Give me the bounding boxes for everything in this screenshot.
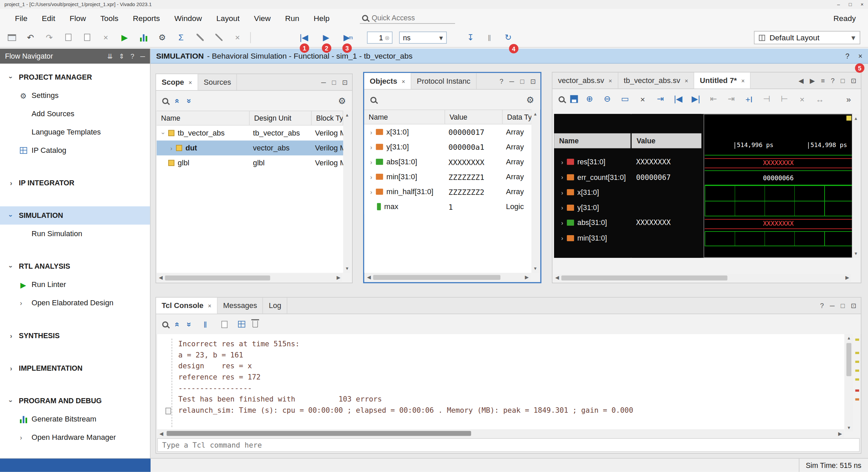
scroll-down-icon[interactable]: ▾ — [854, 251, 857, 256]
sim-time-field[interactable]: ⊗ — [367, 32, 392, 44]
delete-icon[interactable]: × — [100, 31, 112, 43]
help-icon[interactable]: ? — [499, 77, 503, 85]
report-chart-icon[interactable] — [137, 31, 150, 43]
scroll-up-icon[interactable]: ▴ — [346, 112, 348, 118]
search-icon[interactable] — [162, 321, 168, 327]
close-tab-icon[interactable]: × — [685, 77, 688, 84]
close-tab-icon[interactable]: × — [402, 78, 406, 84]
chevron-icon[interactable]: › — [7, 397, 15, 404]
scroll-right-icon[interactable]: ▶ — [337, 275, 340, 280]
tab-sources[interactable]: Sources — [198, 74, 237, 90]
collapse-all-icon[interactable]: ⇊ — [107, 52, 113, 60]
scroll-right-icon[interactable]: ▶ — [838, 431, 842, 436]
scroll-left-icon[interactable]: ◀ — [159, 275, 163, 280]
sidebar-item-add-sources[interactable]: Add Sources — [0, 105, 150, 123]
section-ip-integrator[interactable]: › IP INTEGRATOR — [0, 174, 150, 192]
copy-icon[interactable] — [62, 31, 74, 43]
object-row-max[interactable]: max 1 Logic — [364, 199, 532, 214]
menu-reports[interactable]: Reports — [126, 11, 167, 26]
expand-chevron-icon[interactable]: › — [368, 159, 375, 165]
scroll-thumb[interactable] — [846, 343, 851, 376]
menu-flow[interactable]: Flow — [62, 11, 93, 26]
next-transition-icon[interactable]: ▶| — [690, 93, 702, 105]
tab-messages[interactable]: Messages — [218, 297, 263, 313]
chevron-icon[interactable]: › — [7, 74, 15, 81]
collapse-all-icon[interactable]: « — [173, 322, 182, 327]
tab-log[interactable]: Log — [263, 297, 287, 313]
undo-icon[interactable]: ↶ — [24, 31, 37, 43]
sidebar-item-run-simulation[interactable]: Run Simulation — [0, 225, 150, 243]
scroll-left-icon[interactable]: ◀ — [367, 274, 371, 280]
wave-value-header[interactable]: Value — [632, 133, 702, 148]
help-icon[interactable]: ? — [831, 77, 835, 84]
chevron-icon[interactable]: › — [7, 263, 15, 270]
sidebar-item-ip-catalog[interactable]: IP Catalog — [0, 141, 150, 159]
expand-chevron-icon[interactable]: › — [558, 204, 566, 211]
layout-selector[interactable]: Default Layout ▾ — [754, 31, 860, 44]
close-tab-icon[interactable]: × — [741, 77, 745, 84]
table-row-dut-selected[interactable]: › dut vector_abs Verilog M — [157, 141, 343, 156]
wave-trace-res[interactable]: XXXXXXXX — [705, 155, 852, 170]
chevron-icon[interactable]: › — [20, 433, 22, 441]
scroll-thumb[interactable] — [166, 431, 471, 436]
tab-protocol-instances[interactable]: Protocol Instanc — [411, 73, 476, 89]
help-icon[interactable]: ? — [131, 52, 134, 60]
float-panel-icon[interactable]: ⊡ — [342, 78, 348, 86]
sidebar-item-language-templates[interactable]: Language Templates — [0, 123, 150, 141]
wave-signal-min[interactable]: ›min[31:0] — [554, 230, 630, 246]
close-view-icon[interactable]: × — [858, 52, 862, 60]
maximize-panel-icon[interactable]: □ — [520, 77, 524, 85]
vertical-scrollbar[interactable]: ▴ ▾ — [845, 334, 853, 431]
wave-signal-err-count[interactable]: ›err_count[31:0] — [554, 169, 630, 185]
column-header-data-type[interactable]: Data Ty — [502, 110, 532, 124]
expand-chevron-icon[interactable]: › — [558, 174, 566, 181]
expand-chevron-icon[interactable]: › — [558, 220, 566, 226]
window-close-button[interactable]: × — [861, 2, 864, 7]
wave-trace-y[interactable] — [705, 201, 852, 216]
expand-chevron-icon[interactable]: › — [368, 144, 375, 150]
copy-output-icon[interactable] — [218, 318, 231, 330]
wave-name-header[interactable]: Name — [554, 133, 630, 148]
zoom-in-icon[interactable]: ⊕ — [584, 93, 596, 105]
tcl-command-input[interactable] — [162, 441, 854, 449]
table-row-tb_vector_abs[interactable]: › tb_vector_abs tb_vector_abs Verilog M — [157, 126, 343, 141]
expand-all-icon[interactable]: » — [185, 322, 194, 327]
menu-edit[interactable]: Edit — [35, 11, 62, 26]
scroll-up-icon[interactable]: ▴ — [848, 335, 850, 341]
add-marker-icon[interactable]: +I — [743, 93, 755, 105]
settings-gear-icon[interactable]: ⚙ — [338, 96, 346, 106]
tab-list-icon[interactable]: ≡ — [821, 77, 825, 84]
run-flow-icon[interactable]: ▶ — [118, 31, 131, 43]
menu-view[interactable]: View — [247, 11, 278, 26]
redo-icon[interactable]: ↷ — [43, 31, 55, 43]
word-wrap-icon[interactable] — [238, 321, 245, 328]
wave-signal-res[interactable]: ›res[31:0] — [554, 155, 630, 170]
menu-window[interactable]: Window — [167, 11, 209, 26]
goto-end-icon[interactable]: ⇥ — [725, 93, 737, 105]
tab-scroll-left-icon[interactable]: ◀ — [798, 77, 804, 84]
close-tab-icon[interactable]: × — [189, 79, 192, 86]
edit-icon[interactable] — [213, 31, 225, 43]
search-icon[interactable] — [162, 98, 168, 104]
help-icon[interactable]: ? — [845, 52, 849, 60]
search-icon[interactable] — [558, 96, 565, 102]
open-project-icon[interactable] — [5, 31, 18, 43]
chevron-icon[interactable]: › — [20, 299, 22, 307]
object-row-min[interactable]: ›min[31:0] ZZZZZZZ1 Array — [364, 169, 532, 184]
expand-chevron-icon[interactable]: › — [368, 188, 375, 195]
expand-chevron-icon[interactable]: › — [558, 235, 566, 242]
horizontal-scrollbar[interactable]: ◀ ▶ — [157, 429, 844, 437]
sidebar-item-open-elaborated-design[interactable]: › Open Elaborated Design — [0, 294, 150, 312]
edit-disabled-icon[interactable] — [194, 31, 206, 43]
maximize-panel-icon[interactable]: □ — [841, 77, 845, 84]
delete-marker-icon[interactable]: × — [796, 93, 808, 105]
goto-time-icon[interactable]: ⇥ — [654, 93, 667, 105]
scroll-left-icon[interactable]: ◀ — [555, 275, 559, 280]
search-icon[interactable] — [370, 97, 376, 103]
more-tools-icon[interactable]: » — [843, 93, 855, 105]
console-output[interactable]: Incorrect res at time 515ns: a = 23, b =… — [157, 334, 844, 431]
expand-chevron-icon[interactable]: › — [160, 129, 167, 137]
column-header-block-type[interactable]: Block Typ — [312, 111, 343, 125]
scroll-down-icon[interactable]: ▾ — [346, 266, 348, 271]
chevron-icon[interactable]: › — [7, 212, 15, 219]
